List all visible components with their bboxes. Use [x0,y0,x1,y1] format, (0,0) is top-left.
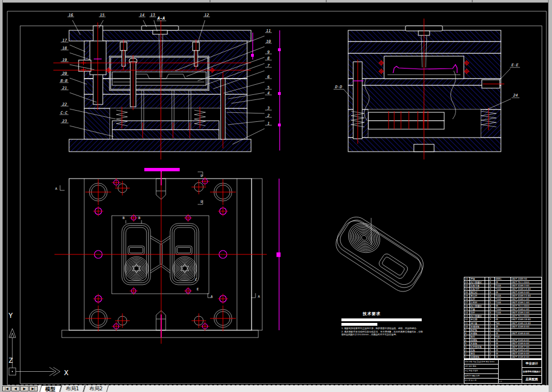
part-name: 内六角螺钉 [470,281,485,284]
part-material: P20 [495,335,511,338]
part-material: 45 [495,325,511,328]
part-standard: GB/T 70.1-2000 [511,304,541,307]
part-qty: 4 [489,288,495,290]
part-name: 型芯 [470,335,485,338]
part-material: T10A [495,284,511,287]
part-standard: GB/T 4169.2-84 [511,308,541,311]
part-name: 动模板 [470,339,485,341]
part-qty: 4 [489,277,495,280]
part-standard: GB/T 4169.1-84 [511,298,541,300]
project-name: 分体手机结构设计 [522,368,541,376]
part-standard [511,335,541,338]
part-standard: GB/T 4169.9-84 [511,291,541,294]
callout-label: 19 [62,58,67,62]
ucs-z-label: Z [8,356,13,364]
part-qty: 2 [489,352,495,355]
tab-layout1[interactable]: 布局1 [60,385,85,392]
callout-label: 3 [267,106,270,111]
section-mark: C [195,277,197,281]
section-title-bb: B-B [61,79,68,83]
part-material: T10A [495,294,511,297]
notes-highlight-bar [341,323,377,326]
section-title-dd: D-D [335,85,343,89]
tab-model[interactable]: 模型 [39,385,61,392]
callout-label: 15 [100,13,104,17]
part-standard: GB/T 4169.14-84 [511,288,541,290]
tab-nav-first-button[interactable]: |◀ [2,386,11,391]
part-standard: GB/T 4169.8-84 [511,325,541,328]
title-block-names: 毕业设计 分体手机结构设计 总装配图 [522,360,541,383]
window-border-right [548,0,552,392]
part-name: 定模板 [470,332,485,335]
part-qty: 1 [489,322,495,325]
section-mark: B [122,216,125,220]
section-mark: E [197,287,199,291]
section-mark: A [211,294,213,298]
tab-nav-prev-button[interactable]: ◀ [11,386,20,391]
part-qty: 4 [489,294,495,297]
part-material: T10A [495,311,511,314]
part-name: 动模座板 [470,355,485,358]
part-no: 3 [464,349,470,352]
callout-label: 14 [140,13,144,17]
callout-label: 24 [513,93,518,98]
part-no: 17 [464,301,470,304]
callout-label: 8 [267,56,270,61]
part-no: 23 [464,281,470,284]
part-qty: 1 [489,318,495,321]
callout-label: 16 [69,13,73,17]
part-no: 11 [464,322,470,325]
part-name: 推板导套 [470,284,485,287]
section-view-aa: 16 15 14 13 12 A-A 17 18 19 20 B-B 21 22… [53,13,281,159]
section-mark: D [200,174,203,177]
toolbar-edge [0,0,552,3]
part-qty: 2 [489,335,495,338]
part-qty: 6 [489,304,495,307]
part-no: 5 [464,342,470,345]
window-border-left [0,0,3,392]
part-standard: GB/T 4169.4-84 [511,311,541,314]
part-qty: 1 [489,345,495,348]
part-no: 14 [464,311,470,314]
part-name: 定位圈 [470,318,485,321]
part-material: 45 [495,345,511,348]
tab-nav-last-button[interactable]: ▶| [29,386,38,391]
title-block-revision-grid: 标记 处数 分区 更改文件号 签名 年月日 设计 校对 审核 工艺 批准 标准化… [464,360,499,383]
tab-layout2[interactable]: 布局2 [83,385,108,392]
part-qty: 4 [489,281,495,284]
notes-highlight-bar [341,318,422,321]
part-name: 限位钉 [470,291,485,294]
part-qty: 1 [489,325,495,328]
callout-label: 23 [62,119,67,124]
part-material: 45 [495,314,511,317]
toolbar-separator [326,0,327,2]
technical-notes: 技术要求 1. 装配前所有零件均需清洗干净，型腔表面不得有划伤、锈蚀，并涂防锈油… [337,311,435,337]
part-standard [511,329,541,331]
part-material: 45 [495,332,511,335]
autocad-window: 16 15 14 13 12 A-A 17 18 19 20 B-B 21 22… [0,0,552,392]
part-qty: 4 [489,291,495,294]
part-material: T10A [495,288,511,290]
part-no: 19 [464,294,470,297]
section-cut-mark [144,168,180,171]
part-standard: GB/T 4169.13-84 [511,294,541,297]
ucs-x-label: X [64,368,69,377]
part-material: 65Mn [495,277,511,280]
callout-label: 10 [266,39,271,44]
part-qty: 1 [489,355,495,358]
section-view-dd: D-D E-E 24 [334,19,520,159]
part-no: 21 [464,288,470,290]
toolbar-separator [472,0,473,2]
section-mark: A [55,186,57,190]
part-qty: 1 [489,349,495,352]
callout-label: 1 [267,121,270,126]
part-qty: 8 [489,298,495,300]
part-name: 内六角螺钉 [470,304,485,307]
part-no: 10 [464,325,470,328]
part-qty: 4 [489,308,495,311]
section-mark: A [258,294,260,298]
section-mark: D [200,199,203,203]
part-qty: 1 [489,339,495,341]
part-name: 导套 [470,308,485,311]
tab-nav-next-button[interactable]: ▶ [20,386,29,391]
